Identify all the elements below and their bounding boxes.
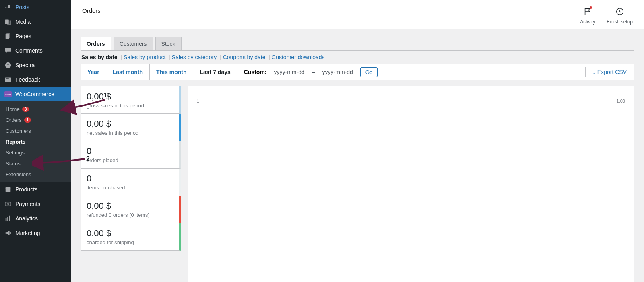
sidebar-sub-home[interactable]: Home3 xyxy=(0,104,71,115)
badge: 1 xyxy=(24,117,31,123)
range-last-month[interactable]: Last month xyxy=(106,64,150,80)
sidebar-item-media[interactable]: Media xyxy=(0,14,71,29)
sidebar-item-comments[interactable]: Comments xyxy=(0,43,71,58)
svg-rect-8 xyxy=(6,187,11,188)
date-range-bar: Year Last month This month Last 7 days C… xyxy=(80,64,634,80)
svg-rect-2 xyxy=(6,33,10,38)
subnav-link-downloads[interactable]: Customer downloads xyxy=(272,54,325,60)
sidebar-sub-status[interactable]: Status xyxy=(0,158,71,169)
page-title: Orders xyxy=(82,7,580,14)
axis-line xyxy=(202,101,613,101)
stat-shipping[interactable]: 0,00 $ charged for shipping xyxy=(80,223,181,251)
pin-icon xyxy=(4,3,12,11)
top-actions: Activity Finish setup xyxy=(580,7,633,25)
sidebar-item-woocommerce[interactable]: woo WooCommerce xyxy=(0,87,71,101)
sidebar-item-label: Pages xyxy=(15,33,31,39)
svg-rect-7 xyxy=(6,188,11,192)
analytics-icon xyxy=(4,214,12,222)
flag-icon xyxy=(583,7,592,18)
report-subnav: Sales by date |Sales by product |Sales b… xyxy=(80,50,634,64)
tab-stock[interactable]: Stock xyxy=(155,37,182,50)
range-this-month[interactable]: This month xyxy=(150,64,193,80)
stat-items-purchased[interactable]: 0 items purchased xyxy=(80,169,181,196)
custom-range: Custom: yyyy-mm-dd – yyyy-mm-dd Go xyxy=(237,67,586,77)
sidebar-item-analytics[interactable]: Analytics xyxy=(0,211,71,226)
main-content: Orders Activity Finish setup Orders Cust… xyxy=(71,0,644,282)
subnav-link-category[interactable]: Sales by category xyxy=(172,54,217,60)
feedback-icon xyxy=(4,76,12,84)
date-to-input[interactable]: yyyy-mm-dd xyxy=(322,69,353,75)
sidebar-item-label: Spectra xyxy=(15,62,35,68)
products-icon xyxy=(4,185,12,193)
comment-icon xyxy=(4,47,12,55)
admin-sidebar: Posts Media Pages Comments Spectra Feedb… xyxy=(0,0,71,282)
payments-icon: $ xyxy=(4,200,12,208)
content-wrap: Orders Customers Stock Sales by date |Sa… xyxy=(71,29,644,282)
subnav-current: Sales by date xyxy=(81,54,118,60)
custom-label: Custom: xyxy=(244,69,267,75)
svg-rect-12 xyxy=(7,217,8,221)
subnav-link-product[interactable]: Sales by product xyxy=(124,54,165,60)
tab-orders[interactable]: Orders xyxy=(80,37,111,50)
report-body: 0,00 $ gross sales in this period 0,00 $… xyxy=(80,86,634,282)
chart-area: 1 1.00 xyxy=(188,86,634,282)
sidebar-sub-orders[interactable]: Orders1 xyxy=(0,115,71,126)
media-icon xyxy=(4,18,12,26)
axis-left-label: 1 xyxy=(197,99,199,103)
sidebar-submenu: Home3 Orders1 Customers Reports Settings… xyxy=(0,101,71,182)
chart-axis: 1 1.00 xyxy=(197,99,625,103)
finish-setup-button[interactable]: Finish setup xyxy=(607,7,633,25)
svg-rect-5 xyxy=(6,78,9,79)
spectra-icon xyxy=(4,61,12,69)
stats-sidebar: 0,00 $ gross sales in this period 0,00 $… xyxy=(80,86,181,282)
sidebar-item-pages[interactable]: Pages xyxy=(0,29,71,43)
svg-text:$: $ xyxy=(7,202,9,206)
date-from-input[interactable]: yyyy-mm-dd xyxy=(274,69,305,75)
badge: 3 xyxy=(22,107,29,112)
stat-gross-sales[interactable]: 0,00 $ gross sales in this period xyxy=(80,86,181,114)
report-tabs: Orders Customers Stock xyxy=(80,37,634,50)
svg-rect-0 xyxy=(5,20,9,24)
subnav-link-coupons[interactable]: Coupons by date xyxy=(223,54,266,60)
sidebar-item-marketing[interactable]: Marketing xyxy=(0,226,71,240)
topbar: Orders Activity Finish setup xyxy=(71,0,644,29)
stat-net-sales[interactable]: 0,00 $ net sales in this period xyxy=(80,114,181,141)
sidebar-item-label: Posts xyxy=(15,4,29,10)
sidebar-item-label: WooCommerce xyxy=(15,91,54,97)
sidebar-sub-settings[interactable]: Settings xyxy=(0,147,71,158)
stat-orders-placed[interactable]: 0 orders placed xyxy=(80,141,181,169)
svg-point-3 xyxy=(5,62,11,68)
clock-icon xyxy=(615,7,624,18)
sidebar-item-label: Payments xyxy=(15,201,40,207)
sidebar-item-products[interactable]: Products xyxy=(0,182,71,197)
export-csv-button[interactable]: ↓Export CSV xyxy=(586,64,634,80)
sidebar-item-label: Products xyxy=(15,186,37,193)
axis-right-label: 1.00 xyxy=(617,99,625,103)
download-icon: ↓ xyxy=(593,69,596,75)
range-year[interactable]: Year xyxy=(81,64,106,80)
sidebar-sub-reports[interactable]: Reports xyxy=(0,136,71,147)
sidebar-item-payments[interactable]: $ Payments xyxy=(0,197,71,211)
sidebar-item-label: Comments xyxy=(15,47,43,54)
page-icon xyxy=(4,32,12,40)
marketing-icon xyxy=(4,229,12,237)
range-last-7-days[interactable]: Last 7 days xyxy=(193,64,237,80)
sidebar-item-posts[interactable]: Posts xyxy=(0,0,71,14)
tab-customers[interactable]: Customers xyxy=(114,37,153,50)
sidebar-sub-extensions[interactable]: Extensions xyxy=(0,169,71,180)
go-button[interactable]: Go xyxy=(360,67,378,77)
sidebar-sub-customers[interactable]: Customers xyxy=(0,126,71,136)
sidebar-item-label: Media xyxy=(15,19,31,25)
activity-button[interactable]: Activity xyxy=(580,7,595,25)
sidebar-item-spectra[interactable]: Spectra xyxy=(0,58,71,72)
woo-icon: woo xyxy=(4,90,12,98)
svg-rect-6 xyxy=(6,80,8,80)
stat-refunded[interactable]: 0,00 $ refunded 0 orders (0 items) xyxy=(80,196,181,223)
svg-rect-13 xyxy=(9,216,10,221)
sidebar-item-label: Analytics xyxy=(15,215,38,222)
sidebar-item-label: Feedback xyxy=(15,76,40,83)
sidebar-item-label: Marketing xyxy=(15,230,40,236)
svg-rect-11 xyxy=(6,218,7,221)
sidebar-item-feedback[interactable]: Feedback xyxy=(0,72,71,87)
